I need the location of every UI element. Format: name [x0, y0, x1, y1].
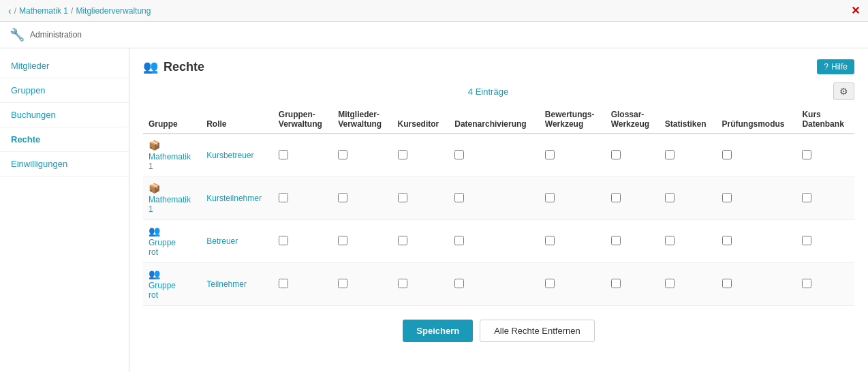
breadcrumb-mitgliederverwaltung[interactable]: Mitgliederverwaltung: [76, 6, 151, 16]
pruefungsmodus-checkbox[interactable]: [722, 150, 732, 159]
gruppen-verwaltung-checkbox[interactable]: [279, 150, 288, 159]
settings-button[interactable]: ⚙: [833, 82, 854, 100]
table-row: 👥GrupperotBetreuer: [143, 220, 854, 263]
datenarchivierung-checkbox[interactable]: [454, 279, 464, 288]
glossar-werkzeug-checkbox[interactable]: [611, 193, 621, 202]
datenarchivierung-checkbox[interactable]: [454, 150, 464, 159]
gruppen-verwaltung-checkbox[interactable]: [279, 279, 288, 288]
gruppe-cell: 📦Mathematik1: [143, 177, 201, 220]
gruppe-link[interactable]: Mathematik1: [149, 195, 191, 214]
gruppe-link[interactable]: Grupperot: [149, 281, 176, 300]
sidebar-item-einwilligungen[interactable]: Einwilligungen: [0, 152, 129, 176]
content-area: 👥 Rechte ? Hilfe 4 Einträge ⚙ Gruppe Rol…: [129, 48, 868, 372]
rolle-cell: Teilnehmer: [201, 263, 273, 306]
gruppen-verwaltung-cell: [273, 177, 332, 220]
rolle-cell: Betreuer: [201, 220, 273, 263]
statistiken-checkbox[interactable]: [665, 236, 675, 245]
gruppe-link[interactable]: Grupperot: [149, 238, 176, 257]
gruppe-link[interactable]: Mathematik1: [149, 152, 191, 171]
glossar-werkzeug-checkbox[interactable]: [611, 150, 621, 159]
bewertungs-werkzeug-checkbox[interactable]: [545, 236, 555, 245]
pruefungsmodus-checkbox[interactable]: [722, 193, 732, 202]
rechte-table: Gruppe Rolle Gruppen-Verwaltung Mitglied…: [143, 106, 854, 306]
pruefungsmodus-cell: [717, 220, 797, 263]
admin-icon: 🔧: [10, 27, 25, 42]
section-title: 👥 Rechte: [143, 59, 204, 74]
mitglieder-verwaltung-checkbox[interactable]: [338, 150, 347, 159]
table-row: 👥GrupperotTeilnehmer: [143, 263, 854, 306]
glossar-werkzeug-cell: [606, 177, 660, 220]
statistiken-cell: [660, 177, 717, 220]
sidebar-item-rechte[interactable]: Rechte: [0, 127, 129, 152]
statistiken-checkbox[interactable]: [665, 150, 675, 159]
kurseditor-cell: [392, 177, 450, 220]
col-kurseditor: Kurseditor: [392, 106, 450, 134]
bewertungs-werkzeug-checkbox[interactable]: [545, 279, 555, 288]
datenarchivierung-cell: [449, 177, 540, 220]
rolle-link[interactable]: Kursteilnehmer: [206, 194, 262, 203]
sidebar-item-mitglieder[interactable]: Mitglieder: [0, 54, 129, 78]
bewertungs-werkzeug-checkbox[interactable]: [545, 193, 555, 202]
datenarchivierung-checkbox[interactable]: [454, 193, 464, 202]
admin-label: Administration: [30, 30, 82, 40]
rolle-cell: Kursteilnehmer: [201, 177, 273, 220]
statistiken-cell: [660, 220, 717, 263]
save-button[interactable]: Speichern: [403, 320, 473, 342]
gruppe-icon: 📦: [149, 183, 160, 194]
mitglieder-verwaltung-checkbox[interactable]: [338, 193, 347, 202]
help-label: Hilfe: [831, 62, 848, 72]
breadcrumb-sep2: /: [71, 6, 73, 16]
kurseditor-checkbox[interactable]: [398, 150, 407, 159]
kurs-datenbank-checkbox[interactable]: [802, 193, 811, 202]
datenarchivierung-checkbox[interactable]: [454, 236, 464, 245]
kurs-datenbank-checkbox[interactable]: [802, 236, 811, 245]
gruppen-verwaltung-checkbox[interactable]: [279, 236, 288, 245]
count-bar: 4 Einträge ⚙: [143, 82, 854, 100]
top-bar: ‹ / Mathematik 1 / Mitgliederverwaltung …: [0, 0, 868, 22]
rolle-link[interactable]: Kursbetreuer: [206, 151, 253, 160]
gruppen-verwaltung-cell: [273, 263, 332, 306]
gruppen-verwaltung-checkbox[interactable]: [279, 193, 288, 202]
col-mitglieder-verwaltung: Mitglieder-Verwaltung: [332, 106, 392, 134]
mitglieder-verwaltung-cell: [332, 220, 392, 263]
glossar-werkzeug-cell: [606, 263, 660, 306]
kurseditor-checkbox[interactable]: [398, 279, 407, 288]
mitglieder-verwaltung-checkbox[interactable]: [338, 236, 347, 245]
col-gruppen-verwaltung: Gruppen-Verwaltung: [273, 106, 332, 134]
col-bewertungs-werkzeug: Bewertungs-Werkzeug: [540, 106, 606, 134]
kurs-datenbank-checkbox[interactable]: [802, 150, 811, 159]
kurs-datenbank-checkbox[interactable]: [802, 279, 811, 288]
glossar-werkzeug-checkbox[interactable]: [611, 279, 621, 288]
col-datenarchivierung: Datenarchivierung: [449, 106, 540, 134]
sidebar-item-buchungen[interactable]: Buchungen: [0, 103, 129, 127]
mitglieder-verwaltung-checkbox[interactable]: [338, 279, 347, 288]
pruefungsmodus-checkbox[interactable]: [722, 279, 732, 288]
kurseditor-checkbox[interactable]: [398, 236, 407, 245]
table-header-row: Gruppe Rolle Gruppen-Verwaltung Mitglied…: [143, 106, 854, 134]
kurs-datenbank-cell: [796, 134, 854, 177]
kurseditor-checkbox[interactable]: [398, 193, 407, 202]
help-button[interactable]: ? Hilfe: [817, 59, 854, 74]
breadcrumb-mathematik[interactable]: Mathematik 1: [19, 6, 68, 16]
pruefungsmodus-cell: [717, 134, 797, 177]
pruefungsmodus-cell: [717, 177, 797, 220]
statistiken-checkbox[interactable]: [665, 279, 675, 288]
pruefungsmodus-checkbox[interactable]: [722, 236, 732, 245]
rolle-link[interactable]: Betreuer: [206, 236, 238, 246]
statistiken-checkbox[interactable]: [665, 193, 675, 202]
table-row: 📦Mathematik1Kursteilnehmer: [143, 177, 854, 220]
bewertungs-werkzeug-checkbox[interactable]: [545, 150, 555, 159]
glossar-werkzeug-cell: [606, 220, 660, 263]
rolle-link[interactable]: Teilnehmer: [206, 279, 247, 289]
action-bar: Speichern Alle Rechte Entfernen: [143, 320, 854, 342]
back-icon[interactable]: ‹: [8, 5, 12, 16]
remove-all-button[interactable]: Alle Rechte Entfernen: [480, 320, 594, 342]
sidebar-item-gruppen[interactable]: Gruppen: [0, 78, 129, 103]
glossar-werkzeug-checkbox[interactable]: [611, 236, 621, 245]
rolle-cell: Kursbetreuer: [201, 134, 273, 177]
section-icon: 👥: [143, 59, 158, 74]
admin-header: 🔧 Administration: [0, 22, 868, 48]
close-button[interactable]: ✕: [851, 4, 860, 17]
gruppe-cell: 👥Grupperot: [143, 263, 201, 306]
bewertungs-werkzeug-cell: [540, 220, 606, 263]
